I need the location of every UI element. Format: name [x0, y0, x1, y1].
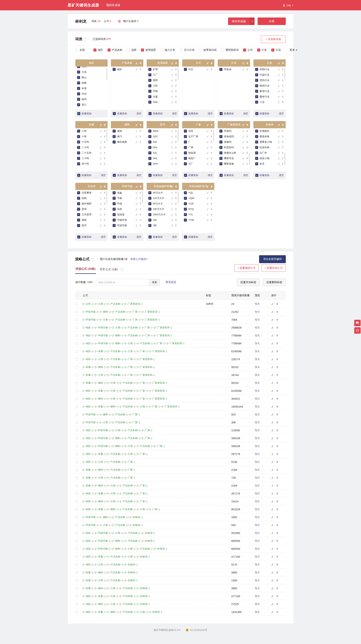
edit-icon[interactable] [206, 124, 209, 126]
batch-edit-formula-button[interactable]: + 批量编辑公式 [234, 264, 259, 272]
row-checkbox[interactable] [76, 405, 78, 408]
delete-icon[interactable] [175, 84, 177, 87]
preview-link[interactable]: 预览 [255, 389, 260, 392]
edit-icon[interactable] [136, 219, 138, 221]
preview-link[interactable]: 预览 [255, 540, 260, 542]
delete-icon[interactable] [139, 197, 142, 199]
edit-icon[interactable] [242, 68, 244, 70]
delete-icon[interactable] [175, 101, 177, 103]
edit-icon[interactable] [271, 532, 274, 534]
preview-link[interactable]: 预览 [255, 484, 260, 487]
word-checkbox[interactable]: ✓ [77, 92, 80, 95]
edit-icon[interactable] [171, 213, 173, 216]
preview-link[interactable]: 预览 [255, 610, 260, 613]
preview-link[interactable]: 预览 [255, 405, 260, 408]
scrollbar-thumb[interactable] [178, 130, 178, 142]
row-checkbox[interactable] [76, 548, 78, 550]
word-checkbox[interactable]: ✓ [148, 213, 151, 216]
filter-checkbox[interactable] [199, 48, 202, 52]
edit-icon[interactable] [271, 484, 274, 487]
edit-icon[interactable] [271, 460, 274, 463]
delete-icon[interactable] [210, 219, 213, 221]
row-checkbox[interactable] [76, 476, 78, 479]
word-checkbox[interactable]: ✓ [255, 73, 258, 76]
edit-icon[interactable] [242, 130, 244, 132]
delete-icon[interactable] [276, 579, 278, 582]
clear-button[interactable]: 清空 [172, 112, 177, 115]
row-checkbox[interactable] [76, 587, 78, 590]
preview-link[interactable]: 预览 [255, 334, 260, 337]
edit-icon[interactable] [271, 374, 274, 376]
delete-icon[interactable] [276, 429, 278, 432]
edit-icon[interactable] [271, 310, 274, 313]
delete-icon[interactable] [104, 213, 106, 216]
scrollbar-thumb[interactable] [178, 68, 178, 80]
word-checkbox[interactable]: ✓ [112, 68, 116, 71]
preview-link[interactable]: 预览 [255, 366, 260, 368]
delete-icon[interactable] [175, 213, 177, 216]
edit-icon[interactable] [136, 135, 138, 138]
row-checkbox[interactable] [76, 508, 78, 511]
chat-icon[interactable] [354, 320, 360, 326]
word-checkbox[interactable]: ✓ [112, 191, 116, 194]
word-checkbox[interactable]: ✓ [77, 202, 80, 205]
edit-icon[interactable] [136, 68, 138, 70]
delete-icon[interactable] [276, 326, 278, 329]
delete-icon[interactable] [246, 62, 248, 64]
row-checkbox[interactable] [76, 532, 78, 534]
edit-icon[interactable] [271, 508, 274, 510]
row-checkbox[interactable] [76, 500, 78, 503]
preview-link[interactable]: 预览 [255, 476, 260, 479]
edit-icon[interactable] [171, 162, 173, 165]
delete-icon[interactable] [139, 202, 142, 205]
word-checkbox[interactable]: ✓ [148, 162, 151, 165]
word-checkbox[interactable]: ✓ [148, 135, 151, 138]
preview-link[interactable]: 预览 [255, 342, 260, 345]
preview-link[interactable]: 预览 [255, 452, 260, 455]
edit-icon[interactable] [206, 208, 209, 210]
row-checkbox[interactable] [76, 579, 78, 582]
word-checkbox[interactable]: ✓ [148, 157, 151, 160]
preview-link[interactable]: 预览 [255, 302, 260, 305]
delete-icon[interactable] [139, 213, 142, 216]
delete-icon[interactable] [175, 90, 177, 92]
delete-icon[interactable] [276, 571, 278, 574]
delete-icon[interactable] [175, 68, 177, 70]
delete-icon[interactable] [276, 556, 278, 558]
delete-icon[interactable] [282, 124, 284, 126]
edit-icon[interactable] [278, 157, 280, 160]
delete-icon[interactable] [276, 603, 278, 605]
edit-icon[interactable] [278, 146, 280, 148]
delete-icon[interactable] [276, 318, 278, 321]
edit-icon[interactable] [171, 62, 173, 64]
delete-icon[interactable] [246, 130, 248, 132]
edit-icon[interactable] [271, 563, 274, 566]
delete-icon[interactable] [104, 185, 106, 188]
word-checkbox[interactable]: ✓ [184, 162, 187, 165]
edit-icon[interactable] [271, 342, 274, 344]
row-checkbox[interactable] [76, 429, 78, 432]
edit-icon[interactable] [171, 152, 173, 154]
edit-icon[interactable] [242, 124, 244, 126]
edit-icon[interactable] [271, 453, 274, 455]
word-checkbox[interactable]: ✓ [148, 218, 151, 222]
preview-link[interactable]: 预览 [255, 500, 260, 503]
row-checkbox[interactable] [76, 398, 78, 400]
batch-add-button[interactable]: +批量添加 [77, 112, 92, 115]
delete-icon[interactable] [139, 130, 142, 132]
preview-link[interactable]: 预览 [255, 437, 260, 440]
delete-icon[interactable] [104, 124, 106, 126]
word-checkbox[interactable]: ✓ [77, 140, 80, 144]
delete-icon[interactable] [276, 358, 278, 360]
preview-link[interactable]: 预览 [255, 532, 260, 534]
delete-icon[interactable] [210, 192, 213, 194]
edit-icon[interactable] [271, 398, 274, 400]
edit-icon[interactable] [271, 358, 274, 360]
delete-icon[interactable] [276, 350, 278, 352]
word-checkbox[interactable]: ✓ [184, 208, 187, 211]
edit-icon[interactable] [171, 124, 173, 126]
delete-icon[interactable] [276, 548, 278, 550]
batch-add-button[interactable]: +批量添加 [113, 112, 127, 115]
edit-icon[interactable] [242, 135, 244, 138]
edit-icon[interactable] [271, 334, 274, 337]
